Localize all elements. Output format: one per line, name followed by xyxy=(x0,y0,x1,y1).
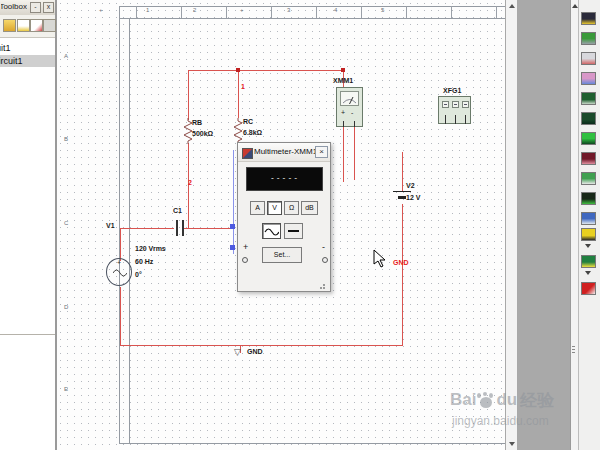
tree-item-label: Circuit1 xyxy=(0,43,11,53)
sheet-column-label: 4 xyxy=(334,7,337,13)
sheet-border-topline xyxy=(119,18,554,19)
four-channel-oscilloscope-tool-icon[interactable] xyxy=(581,92,596,105)
sheet-column-label: 3 xyxy=(287,7,290,13)
scrollbar-grip xyxy=(572,346,575,347)
labview-dropdown-icon[interactable] xyxy=(585,244,591,248)
design-toolbox-titlebar[interactable]: Design Toolbox - x xyxy=(0,0,55,16)
frequency-counter-tool-icon[interactable] xyxy=(581,132,596,145)
multimeter-close-button[interactable]: × xyxy=(315,146,328,158)
multimeter-app-icon xyxy=(242,148,253,159)
scroll-down-icon[interactable] xyxy=(509,442,515,446)
tree-item-circuit1-sheet[interactable]: Circuit1 xyxy=(0,55,55,67)
multimeter-negative-jack[interactable] xyxy=(322,257,328,263)
tree-item-label: Circuit1 xyxy=(0,56,23,66)
sheet-border-leftline xyxy=(129,18,130,444)
wattmeter-tool-icon[interactable] xyxy=(581,52,596,65)
resistor-rc-symbol[interactable] xyxy=(233,118,243,144)
v1-frequency-label: 60 Hz xyxy=(135,258,153,266)
word-generator-tool-icon[interactable] xyxy=(581,152,596,165)
dialog-resize-grip[interactable] xyxy=(323,284,325,286)
panel-close-button[interactable]: x xyxy=(43,2,54,13)
wire-mid-right xyxy=(184,228,233,229)
meter-needle-icon xyxy=(341,93,358,106)
multimeter-dialog[interactable]: Multimeter-XMM1 × ----- A V Ω dB + - Set… xyxy=(237,142,331,292)
logic-analyzer-tool-icon[interactable] xyxy=(581,192,596,205)
panel-dock-button[interactable]: - xyxy=(30,2,41,13)
multimeter-db-button[interactable]: dB xyxy=(301,201,318,215)
toolbar-scrollbar[interactable] xyxy=(570,0,578,450)
workspace-background xyxy=(518,0,570,450)
multimeter-dialog-titlebar[interactable]: Multimeter-XMM1 × xyxy=(238,143,330,162)
labview-instruments-tool-icon[interactable] xyxy=(581,228,596,241)
xmm1-terminal-marks: + - xyxy=(341,109,355,116)
sheet-column-label: + xyxy=(99,7,103,13)
multimeter-dc-button[interactable] xyxy=(284,223,303,239)
capacitor-plate[interactable] xyxy=(182,220,184,236)
rb-value-label: 500kΩ xyxy=(192,130,213,138)
function-generator-xfg1-icon[interactable] xyxy=(438,96,471,124)
canvas-vertical-scrollbar[interactable] xyxy=(505,0,518,450)
design-toolbox-toolbar xyxy=(0,15,55,38)
multimeter-volts-button[interactable]: V xyxy=(267,201,282,215)
battery-v2-plate-short[interactable] xyxy=(398,196,406,199)
mouse-cursor xyxy=(373,249,386,268)
xfg1-pin xyxy=(465,115,466,124)
multimeter-amps-button[interactable]: A xyxy=(250,201,265,215)
function-generator-tool-icon[interactable] xyxy=(581,32,596,45)
layers-icon[interactable] xyxy=(43,19,56,32)
multimeter-ohms-button[interactable]: Ω xyxy=(284,201,299,215)
open-folder-icon[interactable] xyxy=(3,19,16,32)
save-file-icon[interactable] xyxy=(30,19,43,32)
sheet-row-label: B xyxy=(64,136,68,142)
oscilloscope-tool-icon[interactable] xyxy=(581,72,596,85)
v1-voltage-label: 120 Vrms xyxy=(135,245,166,253)
multimeter-tool-icon[interactable] xyxy=(581,12,596,25)
ni-elvis-tool-icon[interactable] xyxy=(581,255,596,268)
wire-v1-top xyxy=(120,228,121,261)
net-label-2: 2 xyxy=(188,179,192,187)
current-probe-tool-icon[interactable] xyxy=(581,282,596,295)
wire-selected[interactable] xyxy=(233,150,234,254)
wire-selection-handle[interactable] xyxy=(230,245,235,250)
scroll-up-icon[interactable] xyxy=(572,4,578,8)
battery-v2-plate-long[interactable] xyxy=(393,191,411,192)
ni-elvis-dropdown-icon[interactable] xyxy=(585,271,591,275)
ac-source-v1-symbol[interactable]: + xyxy=(106,258,132,286)
wire-v2-bottom xyxy=(402,204,403,345)
iv-analyzer-tool-icon[interactable] xyxy=(581,212,596,225)
xfg1-pin xyxy=(445,115,446,124)
wire-selection-handle[interactable] xyxy=(230,224,235,229)
sheet-row-label: E xyxy=(64,386,68,392)
wire-v1-bottom xyxy=(120,287,121,345)
wire-bottom xyxy=(120,345,403,346)
v2-value-label: 12 V xyxy=(406,194,420,202)
multimeter-set-button[interactable]: Set... xyxy=(262,247,302,263)
wire-v2-top xyxy=(402,152,403,191)
sheet-row-label: A xyxy=(64,53,68,59)
panel-splitter[interactable] xyxy=(0,334,55,335)
wire-rc xyxy=(238,70,239,118)
gnd-label: GND xyxy=(247,348,263,356)
xfg1-triangle-button xyxy=(452,101,459,108)
capacitor-plate[interactable] xyxy=(176,220,178,236)
xmm1-pin xyxy=(343,121,344,127)
design-toolbox-title: Design Toolbox xyxy=(1,2,27,14)
multimeter-ac-button[interactable] xyxy=(262,223,281,239)
multimeter-xmm1-icon[interactable]: + - xyxy=(336,87,363,127)
scroll-up-icon[interactable] xyxy=(509,4,515,8)
multimeter-positive-jack[interactable] xyxy=(242,257,248,263)
ground-symbol[interactable]: ▽ xyxy=(234,348,241,357)
xfg1-square-button xyxy=(462,101,469,108)
multimeter-dialog-title: Multimeter-XMM1 xyxy=(254,147,317,156)
wire-xmm-plus xyxy=(343,127,344,182)
xfg1-label: XFG1 xyxy=(443,87,461,95)
new-file-icon[interactable] xyxy=(17,19,30,32)
sheet-border-frame xyxy=(119,6,554,444)
tree-item-circuit1-root[interactable]: Circuit1 xyxy=(0,42,55,54)
sheet-column-label: 2 xyxy=(193,7,196,13)
v1-phase-label: 0° xyxy=(135,271,142,279)
rc-value-label: 6.8kΩ xyxy=(243,129,262,137)
logic-converter-tool-icon[interactable] xyxy=(581,172,596,185)
bode-plotter-tool-icon[interactable] xyxy=(581,112,596,125)
sheet-row-label: D xyxy=(64,304,68,310)
